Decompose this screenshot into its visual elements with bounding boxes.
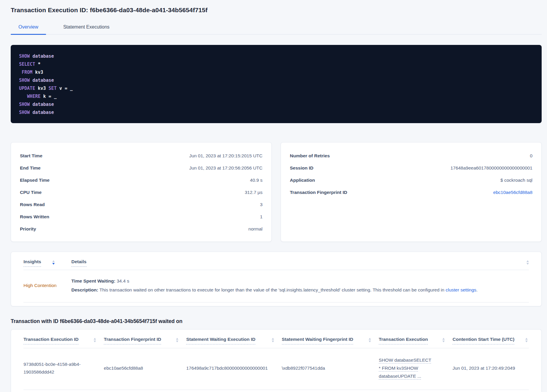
waited-on-table-row: 9738d051-bc0e-4158-a9b4-1903586ddd42 ebc…: [23, 348, 529, 390]
sql-line: SELECT *: [19, 60, 533, 68]
sort-icon[interactable]: [369, 338, 371, 342]
summary-row-elapsed-time: Elapsed Time 40.9 s: [20, 174, 263, 186]
summary-label: End Time: [20, 165, 40, 171]
summary-cards-row: Start Time Jun 01, 2023 at 17:20:15:2015…: [11, 142, 542, 242]
summary-row-cpu-time: CPU Time 312.7 µs: [20, 186, 263, 198]
insights-column-header[interactable]: Insights: [23, 259, 71, 267]
cell-contention-start-time: Jun 01, 2023 at 17:20:49:2049: [452, 364, 529, 372]
time-spent-waiting-value: 34.4 s: [115, 278, 129, 283]
details-column-header[interactable]: Details: [71, 259, 529, 267]
tab-overview[interactable]: Overview: [11, 21, 46, 34]
cell-statement-waiting-execution-id: 176498a9c717bdc80000000000000001: [186, 364, 282, 372]
cluster-settings-link[interactable]: cluster settings: [446, 287, 476, 292]
transaction-fingerprint-link[interactable]: ebc10ae56cfd88a8: [493, 190, 532, 195]
summary-label: CPU Time: [20, 190, 42, 195]
summary-card-right: Number of Retries 0 Session ID 17648a9ee…: [281, 142, 542, 242]
summary-row-rows-read: Rows Read 3: [20, 198, 263, 211]
summary-row-application: Application $ cockroach sql: [290, 174, 532, 186]
summary-value: 40.9 s: [250, 178, 263, 183]
description-period: .: [476, 287, 477, 292]
tab-bar: Overview Statement Executions: [11, 21, 542, 35]
summary-row-rows-written: Rows Written 1: [20, 211, 263, 223]
column-header-statement-waiting-fingerprint-id[interactable]: Statement Waiting Fingerprint ID: [282, 337, 379, 344]
sql-line: WHERE k = _: [19, 92, 533, 101]
summary-label: Elapsed Time: [20, 178, 50, 183]
summary-label: Rows Read: [20, 202, 45, 207]
sql-token: SHOW: [19, 110, 30, 115]
sort-icon[interactable]: [272, 338, 274, 342]
summary-value: 17648a9eea6017800000000000000001: [450, 165, 532, 171]
cell-transaction-execution-id: 9738d051-bc0e-4158-a9b4-1903586ddd42: [23, 360, 104, 376]
sql-line: SHOW database: [19, 101, 533, 109]
sql-token: database: [30, 102, 54, 107]
summary-card-left: Start Time Jun 01, 2023 at 17:20:15:2015…: [11, 142, 272, 242]
insights-table-header: Insights Details: [23, 252, 529, 270]
column-label: Statement Waiting Fingerprint ID: [282, 337, 353, 344]
summary-label: Session ID: [290, 165, 313, 171]
sort-icon[interactable]: [176, 338, 178, 342]
sql-token: v = _: [56, 86, 73, 91]
insight-type-badge: High Contention: [23, 283, 71, 288]
column-label: Statement Waiting Execution ID: [186, 337, 255, 344]
column-label: Transaction Fingerprint ID: [104, 337, 161, 344]
summary-label: Transaction Fingerprint ID: [290, 190, 347, 195]
sql-statements-box: SHOW databaseSELECT * FROM kv3SHOW datab…: [11, 45, 542, 123]
summary-value: 3: [260, 202, 263, 207]
waited-on-section-title: Transaction with ID f6be6366-da03-48de-a…: [11, 318, 542, 324]
sql-token: FROM: [19, 70, 32, 75]
description-line: Description: This transaction waited on …: [71, 286, 529, 294]
time-spent-waiting-label: Time Spent Waiting:: [71, 278, 115, 283]
insight-details-cell: Time Spent Waiting: 34.4 s Description: …: [71, 277, 529, 294]
sql-token: WHERE: [19, 94, 40, 99]
sql-line: UPDATE kv3 SET v = _: [19, 84, 533, 92]
sql-token: database: [30, 78, 54, 83]
sort-icon[interactable]: [525, 338, 528, 342]
sql-line: SHOW database: [19, 76, 533, 84]
summary-label: Application: [290, 178, 315, 183]
sql-token: SELECT: [19, 62, 35, 67]
column-header-transaction-execution-id[interactable]: Transaction Execution ID: [23, 337, 104, 344]
time-spent-waiting-line: Time Spent Waiting: 34.4 s: [71, 277, 529, 285]
sql-token: *: [35, 62, 40, 67]
column-label: Transaction Execution ID: [23, 337, 78, 344]
sql-line: SHOW database: [19, 52, 533, 60]
summary-row-priority: Priority normal: [20, 223, 263, 235]
insights-header-label: Insights: [23, 259, 41, 267]
column-header-transaction-fingerprint-id[interactable]: Transaction Fingerprint ID: [104, 337, 186, 344]
tab-statement-executions[interactable]: Statement Executions: [56, 21, 117, 34]
waited-on-table-card: Transaction Execution ID Transaction Fin…: [11, 329, 542, 392]
summary-label: Priority: [20, 226, 36, 232]
summary-row-session-id: Session ID 17648a9eea6017800000000000000…: [290, 162, 532, 174]
sql-line: SHOW database: [19, 109, 533, 117]
sql-token: SHOW: [19, 78, 30, 83]
sort-descending-icon[interactable]: [52, 260, 55, 265]
sql-token: database: [30, 54, 54, 59]
sort-icon[interactable]: [526, 260, 529, 265]
sql-token: SHOW: [19, 102, 30, 107]
sql-token: kv3: [35, 86, 46, 91]
transaction-execution-statements-link[interactable]: SHOW databaseSELECT * FROM kv3SHOW datab…: [379, 356, 432, 380]
transaction-execution-page: Transaction Execution ID: f6be6366-da03-…: [0, 0, 547, 392]
sort-icon[interactable]: [442, 338, 445, 342]
column-label: Transaction Execution: [379, 337, 428, 344]
sort-icon[interactable]: [94, 338, 96, 342]
summary-row-number-of-retries: Number of Retries 0: [290, 150, 532, 162]
summary-value: $ cockroach sql: [500, 178, 532, 183]
column-label: Contention Start Time (UTC): [452, 337, 514, 344]
column-header-transaction-execution[interactable]: Transaction Execution: [379, 337, 452, 344]
sql-line: FROM kv3: [19, 68, 533, 76]
summary-label: Number of Retries: [290, 153, 330, 159]
summary-label: Rows Written: [20, 214, 49, 219]
summary-row-transaction-fingerprint-id: Transaction Fingerprint ID ebc10ae56cfd8…: [290, 186, 532, 198]
details-header-label: Details: [71, 259, 87, 267]
sql-token: SHOW: [19, 54, 30, 59]
description-text: This transaction waited on other transac…: [98, 287, 446, 292]
summary-value: 1: [260, 214, 263, 219]
sql-token: kv3: [32, 70, 43, 75]
column-header-statement-waiting-execution-id[interactable]: Statement Waiting Execution ID: [186, 337, 282, 344]
summary-value: Jun 01, 2023 at 17:20:56:2056 UTC: [189, 165, 263, 171]
summary-label: Start Time: [20, 153, 43, 159]
insights-table-card: Insights Details High Contention Time Sp…: [11, 252, 542, 306]
column-header-contention-start-time[interactable]: Contention Start Time (UTC): [452, 337, 529, 344]
summary-value: normal: [249, 226, 263, 232]
